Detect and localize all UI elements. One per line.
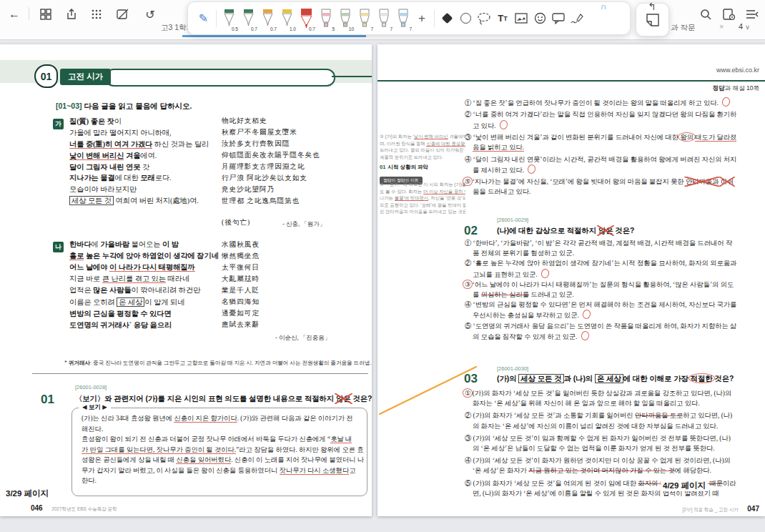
pen-tool-2[interactable]: 0.7 xyxy=(239,4,258,34)
header-rule xyxy=(377,80,765,82)
note-disable-icon[interactable] xyxy=(114,6,132,22)
poem-line-korean: 업적은 많은 사람들이 깎아내리려 하건만 xyxy=(69,285,222,295)
boki-line: 무가 갑자기 말라 버렸고, 이 사실을 들은 왕이 신충을 등용하였더니 잣나… xyxy=(82,466,359,476)
option-line: ① (가)의 화자가 ‘세상 모든 것’을 잃어버린 듯한 상실감과 괴로움을 … xyxy=(465,388,761,398)
question-number: 01 xyxy=(41,393,54,407)
back-icon[interactable]: ← xyxy=(6,6,23,22)
q3-options: ① (가)의 화자가 ‘세상 모든 것’을 잃어버린 듯한 상실감과 괴로움을 … xyxy=(465,388,761,501)
option-line: ‘온 세상’은 화자가 지금 원하고 있는 것이며 머지않아 가질 수 있는 것… xyxy=(465,466,761,476)
poem-a-source: - 신충, 「원가」 xyxy=(282,220,325,229)
divider xyxy=(216,10,217,27)
divider xyxy=(29,7,29,20)
option-line: 를 의심하는 심리를 드러내고 있군. xyxy=(465,290,761,300)
question-stem: (나)에 대한 감상으로 적절하지 않은 것은? xyxy=(497,226,634,236)
pen-tool-1[interactable]: 0.5 xyxy=(219,4,239,34)
search-icon[interactable] xyxy=(697,6,714,22)
option-line: ③ (가)의 ‘세상 모든 것’이 임과 함께할 수 없게 된 화자가 잃어버린… xyxy=(465,433,761,443)
poem-line-korean: 지금 바로 큰 난리를 겪고 있는 때라네 xyxy=(69,274,222,284)
option-line: ③ ‘낯이 변해 버리신 겨울’과 같이 변화된 분위기를 드러내어 자신에 대… xyxy=(465,132,761,142)
page-footer: [2부] 적용 학습 _ 고전 시가 047 xyxy=(682,501,759,514)
poem-line-hanja: 月羅理影支古理因淵之叱 xyxy=(222,162,305,172)
tab-document-2[interactable]: 과 작문 xyxy=(671,23,695,33)
tab2-close-icon[interactable]: × xyxy=(719,22,724,31)
pen-tool-red-selected[interactable]: 0.7 xyxy=(297,4,316,34)
answer-reference: 정답과 해설 10쪽 xyxy=(713,84,759,93)
option-line: ④ ‘달이 그림자 내린 연못’이라는 시간적, 공간적 배경을 활용하여 왕에… xyxy=(465,154,761,164)
page-number: 046 xyxy=(31,504,43,512)
chevron-down-icon: ∨ xyxy=(745,24,750,31)
poem-line-korean: 도연명의 귀거래사* 응당 읊으리 xyxy=(69,320,222,330)
poem-line-korean: 낯이 변해 버리신 겨울에여. xyxy=(69,151,222,161)
question-stem: 〈보기〉와 관련지어 (가)를 지은 시인의 표현 의도를 설명한 내용으로 적… xyxy=(75,394,372,404)
workbook-page-left: 01 고전 시가 [01~03] 다음 글을 읽고 물음에 답하시오. 가 질(… xyxy=(0,44,372,516)
footnote: * 귀거래사: 중국 진나라 도연명이 관직을 그만두고 고향으로 돌아갈 때 … xyxy=(64,360,343,367)
page-settings-icon[interactable] xyxy=(721,6,738,22)
margin-note-block: ③ (가)의 화자는 ‘낯이 변해 버리신 겨울에여’라고 탄식하 며, 이러한… xyxy=(380,133,465,160)
boki-line: 효성왕이 왕이 되기 전 신충과 더불어 궁정 잣나무 아래에서 바둑을 두다가… xyxy=(82,434,359,445)
q2-options: ① ‘한바다’, ‘가을바람’, ‘이 밤’은 각각 공간적 배경, 계절적 배… xyxy=(465,238,761,342)
poem-line-hanja: 名猶四海知 xyxy=(222,297,260,307)
answer-option: ③ ‘낯이 변해 버리신 겨울’과 같이 변화된 분위기를 드러내어 자신에 대… xyxy=(465,132,761,152)
highlighter-tool-3[interactable]: 7 xyxy=(355,4,374,34)
margin-solution-heading: 01시적 상황의 파악 xyxy=(380,164,428,171)
comment-icon[interactable] xyxy=(549,4,568,34)
highlighter-tool-5[interactable]: 7 xyxy=(393,4,413,34)
outline-menu-icon[interactable] xyxy=(744,6,761,22)
answer-option: ② (가)의 화자가 ‘세상 모든 것’과 소통할 기회를 잃어버린 안타까움을… xyxy=(465,410,761,430)
lasso-icon[interactable] xyxy=(475,4,493,34)
sticker-icon[interactable] xyxy=(530,4,549,34)
poem-line-hanja: 秋察尸不冬爾屋支墮米 xyxy=(222,128,297,137)
poem-line-hanja: (後句亡) xyxy=(222,218,250,227)
laser-pen-icon[interactable] xyxy=(568,4,586,34)
answer-option: ⑤ (가)의 화자가 ‘세상 모든 것’을 여의게 된 것이 임에 대한 화자의… xyxy=(465,478,761,498)
page-footer: 046 2027학년도 EBS 수능특강 문학 xyxy=(31,501,117,513)
highlighter-tool-4[interactable]: 7 xyxy=(374,4,393,34)
poem-line-korean: 홀로 높은 누각에 앉아 하염없이 생각에 잠기네 xyxy=(69,251,222,261)
text-tool-icon[interactable]: TT xyxy=(493,4,512,34)
book-title: 2027학년도 EBS 수능특강 문학 xyxy=(51,506,117,511)
option-line: 움을 드러내고 있다. xyxy=(465,187,761,197)
answer-option: ⑤ ‘도연명의 귀거래사 응당 읊으리’는 도연명이 쓴 작품을 떠올리게 하여… xyxy=(465,321,761,342)
pen-tool-4[interactable]: 1.0 xyxy=(277,4,297,34)
option-line: ⑤ ‘지나가는 물결’에 자신을, ‘모래’에 왕을 빗대어 왕의 마음을 붙잡… xyxy=(465,177,761,187)
poem-line-hanja: 愀然獨坐危 xyxy=(222,252,260,261)
poem-line-hanja: 太平復何日 xyxy=(222,263,260,272)
boki-line: 가 만일 그대를 잊는다면, 잣나무가 증인이 될 것이다.”라고 장담을 하였… xyxy=(82,445,359,455)
poem-line-hanja: 物叱好支栢史 xyxy=(222,117,267,126)
option-line: ② (가)의 화자가 ‘세상 모든 것’과 소통할 기회를 잃어버린 안타까움을… xyxy=(465,410,761,420)
question-stem: (가)의 세상 모든 것과 (나)의 온 세상에 대한 이해로 가장 적절한 것… xyxy=(497,374,734,384)
margin-note-line: ③ 〈보기〉에 따르면 이 시의 화자는 (가)를 지은 ‘신충’ 자신 xyxy=(380,181,465,188)
highlighter-tool-2[interactable]: 10 xyxy=(335,4,355,34)
export-share-icon[interactable] xyxy=(63,6,80,22)
apps-grid-icon[interactable] xyxy=(89,6,106,22)
option-line: 화자는 ‘온 세상’을 위해 자신이 해 온 일과 앞으로 해야 할 일을 떠올… xyxy=(465,398,761,408)
option-line: ④ (가)의 ‘세상 모든 것’이 화자가 원하던 것이지만 더 이상 꿈꿀 수… xyxy=(465,455,761,466)
unit-header-pill xyxy=(105,69,335,87)
undo-icon[interactable]: ↺ xyxy=(142,6,159,22)
eraser-icon[interactable] xyxy=(438,4,456,34)
pen-tool-3[interactable]: 0.7 xyxy=(258,4,277,34)
page-count-dropdown[interactable]: 4 ∨ xyxy=(739,22,750,31)
stylus-pen-icon[interactable]: ✎ xyxy=(194,4,213,34)
poem-line-korean: 변방의 근심을 평정할 수 있다면 xyxy=(69,309,222,319)
passage-b-label: 나 xyxy=(53,242,64,252)
answer-option: ③ ‘어느 날에야 이 나라가 다시 태평해질까’는 질문의 형식을 활용하여,… xyxy=(465,280,761,300)
image-tool-icon[interactable] xyxy=(512,4,530,34)
poem-line-korean: 달이 그림자 내린 연못 갓 xyxy=(69,162,222,172)
layout-grid-icon[interactable] xyxy=(37,6,54,22)
website-url: www.ebsi.co.kr xyxy=(716,66,759,74)
page-corner-icon xyxy=(645,12,661,28)
poem-line-korean: 세상 모든 것 여희여 버린 처지(處地)여. xyxy=(69,196,222,206)
unit-title-badge: 고전 시가 xyxy=(60,69,111,85)
divider xyxy=(434,10,435,27)
option-line: ② ‘홀로 높은 누각에 앉아 하염없이 생각에 잠기네’는 시적 정황을 묘사… xyxy=(465,258,761,268)
option-line: 의 화자는 ‘온 세상’에 자신의 이름이 널리 알려진 것에 대한 자부심을 … xyxy=(465,421,761,431)
add-tool-icon[interactable]: + xyxy=(413,4,431,34)
highlighter-tool-1[interactable]: 5 xyxy=(316,4,335,34)
shape-circle-icon[interactable] xyxy=(456,4,475,34)
boki-label: ◀ 보기 ▶ xyxy=(79,403,111,412)
redo-icon[interactable]: ↰ xyxy=(648,1,656,12)
unit-number-badge: 01 xyxy=(34,64,58,88)
poem-line-korean: 어느 날에야 이 나라가 다시 태평해질까 xyxy=(69,262,222,272)
poem-line-hanja: 業是千人貶 xyxy=(222,286,260,295)
